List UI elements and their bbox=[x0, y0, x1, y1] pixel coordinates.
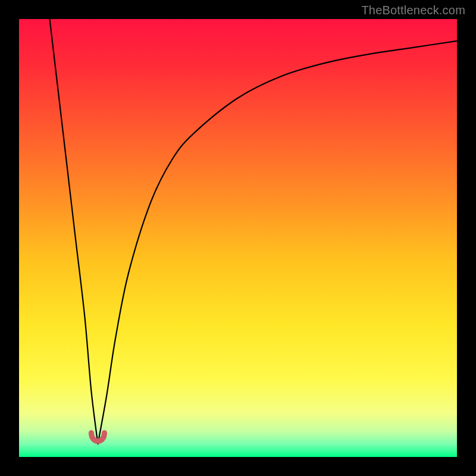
chart-frame: TheBottleneck.com bbox=[0, 0, 476, 476]
curve-left-branch bbox=[50, 19, 98, 444]
watermark-text: TheBottleneck.com bbox=[361, 4, 465, 17]
minimum-marker bbox=[91, 433, 104, 441]
bottleneck-chart bbox=[19, 19, 457, 457]
plot-area bbox=[19, 19, 457, 457]
curve-right-branch bbox=[98, 41, 457, 444]
